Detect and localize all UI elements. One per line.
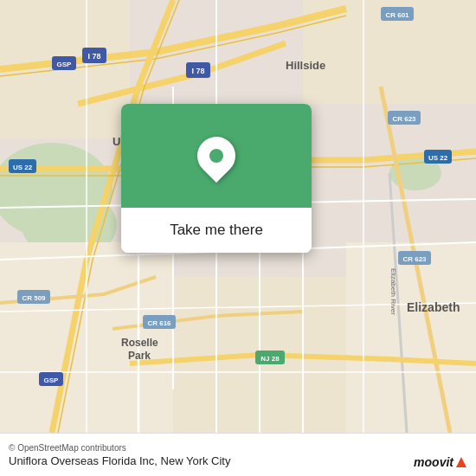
svg-text:US 22: US 22 xyxy=(428,154,448,162)
card-map-area xyxy=(121,104,312,208)
svg-marker-51 xyxy=(456,457,466,467)
location-pin-icon xyxy=(197,137,235,175)
moovit-logo-text: moovit xyxy=(414,455,453,469)
location-title: Uniflora Overseas Florida Inc, New York … xyxy=(9,454,467,467)
svg-text:NJ 28: NJ 28 xyxy=(261,355,280,363)
copyright-text: © OpenStreetMap contributors xyxy=(9,443,467,453)
svg-text:GSP: GSP xyxy=(57,61,73,68)
svg-text:Elizabeth: Elizabeth xyxy=(407,300,460,314)
svg-text:GSP: GSP xyxy=(44,376,60,384)
bottom-bar: © OpenStreetMap contributors Uniflora Ov… xyxy=(0,433,476,476)
svg-text:CR 616: CR 616 xyxy=(147,319,171,327)
svg-text:Park: Park xyxy=(128,350,151,362)
svg-text:I 78: I 78 xyxy=(87,52,100,61)
svg-text:Hillside: Hillside xyxy=(286,59,325,72)
svg-text:Elizabeth River: Elizabeth River xyxy=(389,268,397,315)
svg-text:I 78: I 78 xyxy=(191,67,204,75)
moovit-logo-icon xyxy=(455,456,467,468)
location-card: Take me there xyxy=(121,104,312,253)
svg-text:CR 601: CR 601 xyxy=(385,11,409,19)
take-me-there-button[interactable]: Take me there xyxy=(121,208,312,253)
svg-text:CR 623: CR 623 xyxy=(392,115,416,123)
map-container: I 78 I 78 CR 601 GSP GSP US 22 US 22 CR … xyxy=(0,0,476,433)
svg-text:CR 509: CR 509 xyxy=(22,294,46,302)
moovit-logo: moovit xyxy=(414,455,467,469)
svg-text:CR 623: CR 623 xyxy=(402,255,427,263)
svg-text:US 22: US 22 xyxy=(13,164,33,171)
svg-rect-7 xyxy=(346,242,476,433)
svg-text:Roselle: Roselle xyxy=(121,337,158,349)
